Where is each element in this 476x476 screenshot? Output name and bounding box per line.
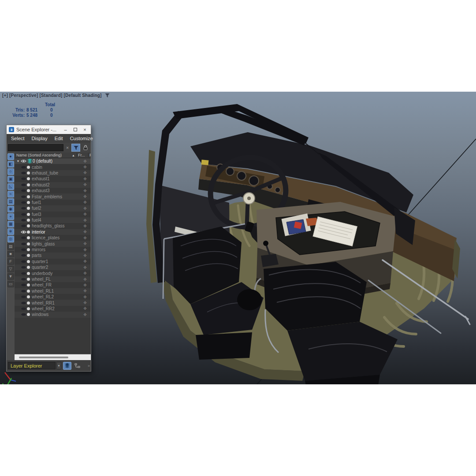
object-row[interactable]: quarter1✥ [15, 259, 91, 264]
render-toggle-dot[interactable] [27, 231, 30, 234]
object-row[interactable]: parts✥ [15, 253, 91, 258]
scene-explorer-titlebar[interactable]: 3 Scene Explorer -... – × [7, 125, 91, 134]
eye-closed-icon[interactable] [21, 312, 26, 316]
frozen-column-icon[interactable]: ✥ [79, 242, 91, 246]
render-toggle-dot[interactable] [27, 171, 30, 175]
frozen-column-icon[interactable]: ✥ [79, 194, 91, 199]
render-toggle-dot[interactable] [27, 272, 30, 275]
lock-button[interactable] [82, 144, 89, 152]
minimize-button[interactable]: – [62, 126, 69, 134]
render-toggle-dot[interactable] [27, 177, 30, 180]
frozen-column-icon[interactable]: ✥ [79, 277, 91, 282]
eye-closed-icon[interactable] [21, 277, 26, 281]
frozen-column-icon[interactable]: ✥ [79, 283, 91, 287]
frozen-column-icon[interactable]: ✥ [79, 236, 91, 240]
horizontal-scrollbar[interactable] [15, 354, 91, 360]
menu-customize[interactable]: Customize [67, 136, 97, 141]
display-helpers-icon[interactable]: ◺ [7, 183, 14, 190]
frozen-column-icon[interactable]: ✥ [79, 295, 91, 299]
display-geometry-icon[interactable]: ● [7, 153, 14, 160]
display-shapes-icon[interactable]: ◧ [7, 161, 14, 167]
object-row[interactable]: wheel_FR✥ [15, 282, 91, 288]
object-row[interactable]: fuel3✥ [15, 212, 91, 217]
render-toggle-dot[interactable] [27, 219, 30, 222]
frozen-column-icon[interactable]: ✥ [79, 301, 91, 305]
display-frozen-icon[interactable]: ❄ [7, 228, 14, 235]
display-containers-icon[interactable]: ▦ [7, 221, 14, 227]
render-toggle-dot[interactable] [27, 236, 30, 239]
viewport-canvas[interactable]: [+] [Perspective] [Standard] [Default Sh… [0, 92, 476, 384]
menu-select[interactable]: Select [7, 136, 28, 141]
frozen-column-icon[interactable]: ✥ [79, 312, 91, 317]
display-groups-icon[interactable]: ▤ [7, 198, 14, 205]
eye-closed-icon[interactable] [21, 195, 26, 199]
object-row[interactable]: underbody✥ [15, 270, 91, 276]
overflow-chevron[interactable]: » [88, 364, 89, 368]
hierarchy-view-button[interactable] [73, 362, 82, 370]
display-lights-icon[interactable]: ○ [7, 168, 14, 175]
render-toggle-dot[interactable] [27, 295, 30, 298]
render-toggle-dot[interactable] [27, 224, 30, 227]
viewport-label-text[interactable]: [+] [Perspective] [Standard] [Default Sh… [2, 93, 102, 98]
list-view-icon[interactable]: ▤ [7, 243, 14, 250]
scrollbar-thumb[interactable] [19, 357, 68, 358]
viewport-label[interactable]: [+] [Perspective] [Standard] [Default Sh… [2, 93, 110, 98]
render-toggle-dot[interactable] [27, 201, 30, 204]
render-toggle-dot[interactable] [27, 207, 30, 210]
object-row[interactable]: exhaust2✥ [15, 182, 91, 188]
display-bones-icon[interactable]: ⌖ [7, 213, 14, 220]
eye-closed-icon[interactable] [21, 165, 26, 169]
eye-closed-icon[interactable] [21, 271, 26, 275]
search-filter-button[interactable] [71, 144, 80, 152]
frozen-column-icon[interactable]: ✥ [79, 212, 91, 216]
display-space-warps-icon[interactable]: ≈ [7, 191, 14, 197]
render-toggle-dot[interactable] [27, 266, 30, 269]
eye-closed-icon[interactable] [21, 248, 26, 252]
eye-closed-icon[interactable] [21, 189, 26, 193]
object-row[interactable]: fuel2✥ [15, 205, 91, 211]
search-clear-icon[interactable]: × [65, 145, 70, 150]
frozen-column-icon[interactable]: ✥ [79, 159, 91, 164]
filter-muted-icon[interactable]: ▽ [7, 266, 14, 272]
materials-icon[interactable]: ■ [7, 251, 14, 257]
render-toggle-dot[interactable] [27, 313, 30, 316]
menu-edit[interactable]: Edit [51, 136, 67, 141]
frozen-column-icon[interactable]: ✥ [79, 165, 91, 169]
eye-closed-icon[interactable] [21, 260, 26, 264]
frozen-column-icon[interactable]: ✥ [79, 248, 91, 252]
filter-icon[interactable]: ▼ [7, 273, 14, 280]
eye-open-icon[interactable] [21, 230, 26, 234]
frozen-column-icon[interactable]: ✥ [79, 224, 91, 228]
eye-closed-icon[interactable] [21, 295, 26, 299]
eye-closed-icon[interactable] [21, 236, 26, 240]
frozen-column-icon[interactable]: ✥ [79, 289, 91, 293]
object-row[interactable]: wheel_RR1✥ [15, 300, 91, 305]
render-toggle-dot[interactable] [27, 213, 30, 216]
eye-closed-icon[interactable] [21, 171, 26, 175]
new-layer-folder-icon[interactable]: ▭ [7, 281, 14, 287]
object-row[interactable]: fuel1✥ [15, 200, 91, 205]
column-header-name[interactable]: Name (Sorted Ascending) [16, 153, 72, 157]
render-toggle-dot[interactable] [27, 307, 30, 310]
object-row[interactable]: exhaust3✥ [15, 188, 91, 193]
render-toggle-dot[interactable] [27, 166, 30, 169]
object-row[interactable]: interior✥ [15, 229, 91, 235]
object-row[interactable]: wheel_RL1✥ [15, 288, 91, 294]
render-toggle-dot[interactable] [27, 283, 30, 286]
eye-closed-icon[interactable] [21, 206, 26, 210]
render-toggle-dot[interactable] [27, 301, 30, 305]
render-toggle-dot[interactable] [27, 290, 30, 293]
object-row[interactable]: wheel_RR2✥ [15, 306, 91, 312]
render-toggle-dot[interactable] [27, 254, 30, 257]
object-row[interactable]: exhaust1✥ [15, 176, 91, 182]
object-row[interactable]: mirrors✥ [15, 247, 91, 253]
eye-closed-icon[interactable] [21, 242, 26, 246]
selector-dropdown-arrow[interactable]: ▾ [56, 362, 61, 369]
render-toggle-dot[interactable] [27, 183, 30, 186]
render-toggle-dot[interactable] [27, 260, 30, 263]
eye-open-icon[interactable] [21, 159, 26, 163]
frozen-column-icon[interactable]: ✥ [79, 306, 91, 311]
eye-closed-icon[interactable] [21, 307, 26, 311]
display-hidden-icon[interactable]: ◎ [7, 236, 14, 242]
frozen-column-icon[interactable]: ✥ [79, 271, 91, 275]
